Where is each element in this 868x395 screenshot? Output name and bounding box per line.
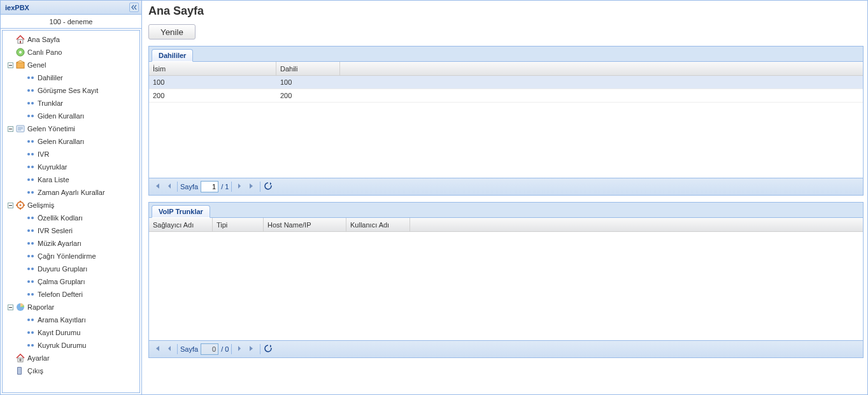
bullet-icon (25, 327, 36, 338)
trunks-panel: VoIP Trunklar Sağlayıcı AdıTipiHost Name… (148, 202, 864, 358)
svg-point-8 (31, 76, 34, 79)
svg-point-22 (27, 166, 30, 168)
bullet-icon (25, 238, 36, 248)
refresh-button[interactable]: Yenile (148, 24, 196, 40)
column-header[interactable]: Tipi (213, 218, 264, 231)
first-icon (153, 345, 160, 354)
pager-page-input[interactable] (201, 181, 218, 192)
nav-item-trunklar[interactable]: Trunklar (3, 97, 139, 110)
refresh-icon (264, 344, 273, 355)
trunks-body (149, 232, 863, 340)
collapse-sidebar-button[interactable] (129, 3, 139, 12)
column-header[interactable]: İsim (149, 62, 276, 75)
pager-next-button[interactable] (234, 182, 245, 192)
collapse-icon[interactable] (5, 302, 15, 312)
nav-item-canl-pano[interactable]: Canlı Pano (3, 46, 139, 59)
svg-point-24 (27, 178, 30, 181)
pager-refresh-button[interactable] (263, 182, 273, 192)
nav-item-raporlar[interactable]: Raporlar (3, 301, 139, 313)
nav-item-label: IVR Sesleri (38, 227, 73, 234)
nav-item-gelen-y-netimi[interactable]: Gelen Yönetimi (3, 122, 139, 135)
prev-icon (166, 182, 173, 192)
pager-next-button[interactable] (234, 344, 245, 354)
svg-point-49 (31, 293, 34, 296)
svg-point-57 (27, 344, 30, 347)
nav-item--a-r-y-nlendirme[interactable]: Çağrı Yönlendirme (3, 250, 139, 262)
svg-point-44 (27, 268, 30, 270)
nav-item--alma-gruplar-[interactable]: Çalma Grupları (3, 275, 139, 288)
page-title: Ana Sayfa (148, 4, 864, 18)
bullet-icon (25, 226, 36, 236)
nav-item-kuyruklar[interactable]: Kuyruklar (3, 161, 139, 173)
exit-icon (15, 366, 25, 376)
nav-item--zellik-kodlar-[interactable]: Özellik Kodları (3, 212, 139, 224)
svg-point-18 (27, 140, 30, 143)
svg-point-23 (31, 166, 34, 168)
sidebar-body: Ana SayfaCanlı PanoGenelDahililerGörüşme… (1, 29, 141, 394)
collapse-icon[interactable] (5, 200, 15, 210)
column-header[interactable]: Dahili (276, 62, 340, 75)
tab-extensions[interactable]: Dahililer (152, 49, 193, 62)
nav-item-ivr-sesleri[interactable]: IVR Sesleri (3, 224, 139, 237)
nav-item-zaman-ayarl-kurallar[interactable]: Zaman Ayarlı Kurallar (3, 186, 139, 199)
nav-item-ana-sayfa[interactable]: Ana Sayfa (3, 33, 139, 46)
trunks-pager: Sayfa/ 0 (149, 340, 863, 357)
table-cell: 100 (276, 76, 340, 89)
bullet-icon (25, 85, 36, 96)
collapse-icon[interactable] (5, 124, 15, 134)
extensions-pager: Sayfa/ 1 (149, 178, 863, 195)
nav-item-genel[interactable]: Genel (3, 59, 139, 71)
gear-icon (15, 200, 25, 210)
svg-point-27 (31, 191, 34, 194)
pager-prev-button[interactable] (164, 182, 174, 192)
pager-first-button[interactable] (152, 182, 162, 192)
table-row[interactable]: 200200 (149, 89, 863, 103)
nav-item-label: Dahililer (38, 74, 63, 82)
nav-item-ayarlar[interactable]: Ayarlar (3, 352, 139, 364)
nav-item-geli-mi-[interactable]: Gelişmiş (3, 199, 139, 212)
nav-item-telefon-defteri[interactable]: Telefon Defteri (3, 288, 139, 301)
pager-last-button[interactable] (247, 344, 257, 354)
nav-item-duyuru-gruplar-[interactable]: Duyuru Grupları (3, 262, 139, 275)
nav-item-label: Gelen Kuralları (38, 138, 84, 145)
nav-item-m-zik-ayarlar-[interactable]: Müzik Ayarları (3, 237, 139, 250)
pager-refresh-button[interactable] (263, 344, 273, 354)
bullet-icon (25, 276, 36, 287)
column-header[interactable]: Sağlayıcı Adı (149, 218, 213, 231)
bullet-icon (25, 264, 36, 274)
nav-item-giden-kurallar-[interactable]: Giden Kuralları (3, 110, 139, 122)
live-icon (15, 47, 25, 57)
nav-item-kara-liste[interactable]: Kara Liste (3, 173, 139, 186)
bullet-icon (25, 136, 36, 147)
pager-prev-button[interactable] (164, 344, 174, 354)
nav-item-g-r-me-ses-kay-t[interactable]: Görüşme Ses Kayıt (3, 84, 139, 97)
pager-page-input[interactable] (201, 343, 218, 355)
svg-point-19 (31, 140, 34, 143)
nav-item-gelen-kurallar-[interactable]: Gelen Kuralları (3, 135, 139, 148)
bullet-icon (25, 98, 36, 108)
nav-item-kay-t-durumu[interactable]: Kayıt Durumu (3, 326, 139, 339)
nav-item-label: IVR (38, 150, 49, 158)
trunks-tabstrip: VoIP Trunklar (149, 203, 863, 218)
nav-item-ivr[interactable]: IVR (3, 148, 139, 161)
tab-trunks[interactable]: VoIP Trunklar (152, 205, 210, 218)
column-header[interactable]: Kullanıcı Adı (346, 218, 410, 231)
svg-point-41 (31, 242, 34, 245)
table-row[interactable]: 100100 (149, 76, 863, 89)
bullet-icon (25, 289, 36, 299)
svg-point-42 (27, 255, 30, 257)
nav-item-label: Kara Liste (38, 176, 69, 183)
nav-item-label: Özellik Kodları (38, 214, 83, 222)
column-header[interactable]: Host Name/IP (264, 218, 346, 231)
nav-item-kuyruk-durumu[interactable]: Kuyruk Durumu (3, 339, 139, 352)
refresh-icon (264, 182, 273, 192)
nav-item--k-[interactable]: Çıkış (3, 364, 139, 377)
nav-item-dahililer[interactable]: Dahililer (3, 71, 139, 84)
svg-point-47 (31, 280, 34, 283)
collapse-icon[interactable] (5, 60, 15, 70)
nav-item-arama-kay-tlar-[interactable]: Arama Kayıtları (3, 313, 139, 326)
extensions-headers: İsimDahili (149, 62, 863, 76)
pager-first-button[interactable] (152, 344, 162, 354)
pager-last-button[interactable] (247, 182, 257, 192)
table-cell: 200 (149, 89, 276, 102)
